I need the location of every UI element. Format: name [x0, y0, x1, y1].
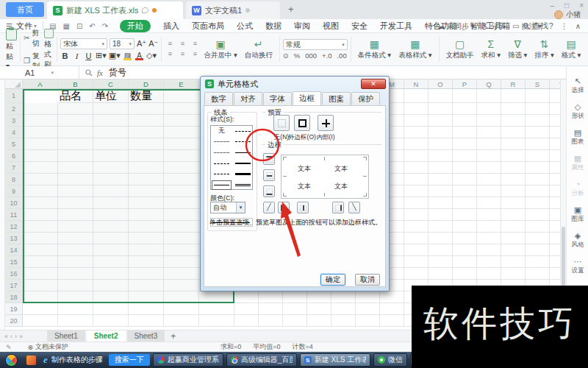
cell-T2[interactable]: [550, 103, 560, 115]
align-icon-5[interactable]: ≡: [190, 50, 200, 59]
col-header-Q[interactable]: Q: [477, 79, 501, 88]
border-diag-down-button[interactable]: ╲: [348, 202, 360, 213]
cell-I19[interactable]: [283, 303, 307, 315]
cell-S13[interactable]: [526, 233, 550, 244]
cell-I20[interactable]: [283, 315, 307, 327]
row-header-8[interactable]: 8: [5, 174, 23, 185]
cell-C1[interactable]: 单位: [93, 89, 129, 103]
cell-D12[interactable]: [129, 221, 164, 233]
cell-R10[interactable]: [501, 197, 526, 209]
cell-D13[interactable]: [129, 233, 164, 244]
cell-D17[interactable]: [129, 280, 164, 291]
cell-M19[interactable]: [380, 303, 404, 315]
cell-P15[interactable]: [453, 256, 477, 268]
row-header-6[interactable]: 6: [5, 150, 23, 162]
cell-O9[interactable]: [429, 185, 453, 197]
help-button[interactable]: ?: [549, 22, 553, 30]
cell-T5[interactable]: [550, 138, 560, 150]
cell-Q16[interactable]: [477, 268, 501, 280]
underline-button[interactable]: U: [84, 52, 93, 60]
line-style-option[interactable]: [211, 137, 232, 148]
cell-Q6[interactable]: [477, 150, 501, 162]
cell-A16[interactable]: [23, 268, 58, 280]
wrap-text-button[interactable]: ↵自动换行: [241, 39, 276, 60]
cell-O1[interactable]: [429, 89, 453, 103]
doc-assistant-button[interactable]: ▢文档助手: [442, 39, 478, 60]
taskbar-item[interactable]: S新建 XLS 工作表.xls...: [300, 353, 370, 367]
cell-C9[interactable]: [93, 185, 129, 197]
cell-J19[interactable]: [307, 303, 331, 315]
new-tab-button[interactable]: +: [288, 4, 294, 15]
cell-P5[interactable]: [453, 138, 477, 150]
cell-C6[interactable]: [93, 150, 129, 162]
formula-value[interactable]: 货号: [109, 66, 126, 79]
cell-R2[interactable]: [501, 103, 526, 115]
cell-H18[interactable]: [259, 291, 283, 303]
cell-N11[interactable]: [404, 209, 429, 221]
cell-Q11[interactable]: [477, 209, 501, 221]
font-name-select[interactable]: 宋体▾: [60, 38, 107, 49]
sheet-tab-Sheet2[interactable]: Sheet2: [87, 330, 126, 342]
cell-S4[interactable]: [526, 127, 550, 138]
cell-B2[interactable]: [58, 103, 93, 115]
cell-B15[interactable]: [58, 256, 93, 268]
align-icon-2[interactable]: ≡: [190, 40, 200, 49]
cell-C3[interactable]: [93, 115, 129, 127]
cell-H19[interactable]: [259, 303, 283, 315]
bold-button[interactable]: B: [60, 52, 70, 60]
cell-B10[interactable]: [58, 197, 93, 209]
menu-item-视图[interactable]: 视图: [323, 21, 339, 32]
cell-T11[interactable]: [550, 209, 560, 221]
align-icon-4[interactable]: ≡: [177, 50, 187, 59]
cell-R16[interactable]: [501, 268, 526, 280]
cell-Q12[interactable]: [477, 221, 501, 233]
row-header-7[interactable]: 7: [5, 162, 23, 174]
doc-tab-active[interactable]: S 新建 XLS 工作表.xls: [47, 1, 183, 19]
menu-item-开发工具[interactable]: 开发工具: [380, 21, 412, 32]
cell-A13[interactable]: [23, 233, 58, 244]
fx-icon[interactable]: fx: [97, 68, 103, 77]
cell-P16[interactable]: [453, 268, 477, 280]
cell-S9[interactable]: [526, 185, 550, 197]
col-header-P[interactable]: P: [453, 79, 477, 88]
line-style-option[interactable]: 无: [211, 126, 232, 137]
filter-button[interactable]: ∇筛选 ▾: [504, 39, 531, 60]
cell-K19[interactable]: [331, 303, 356, 315]
cell-E10[interactable]: [164, 197, 199, 209]
taskbar-app-icon[interactable]: [26, 355, 36, 365]
home-tab[interactable]: 首页: [6, 2, 44, 17]
cell-B18[interactable]: [58, 291, 93, 303]
cell-T1[interactable]: [550, 89, 560, 103]
border-top-button[interactable]: [263, 153, 275, 165]
ie-window-item[interactable]: e 制作表格的步骤: [43, 354, 103, 366]
cell-Q8[interactable]: [477, 174, 501, 185]
cell-D10[interactable]: [129, 197, 164, 209]
taskbar-item[interactable]: 高级编辑器_百度经...: [226, 353, 297, 367]
line-style-option[interactable]: [232, 137, 254, 148]
merge-style-button[interactable]: ▣▾: [109, 51, 121, 60]
line-style-option[interactable]: [232, 158, 254, 169]
cell-G19[interactable]: [234, 303, 259, 315]
line-style-option[interactable]: [232, 169, 254, 180]
cell-T7[interactable]: [550, 162, 560, 174]
cell-R8[interactable]: [501, 174, 526, 185]
cell-C11[interactable]: [93, 209, 129, 221]
cell-T16[interactable]: [550, 268, 560, 280]
dialog-tab-边框[interactable]: 边框: [293, 91, 321, 107]
cell-A4[interactable]: [23, 127, 58, 138]
cell-R1[interactable]: [501, 89, 526, 103]
cell-B4[interactable]: [58, 127, 93, 138]
border-diag-up-button[interactable]: ╱: [263, 202, 275, 213]
cell-R12[interactable]: [501, 221, 526, 233]
cell-D1[interactable]: 数量: [129, 89, 164, 103]
menu-item-开始[interactable]: 开始: [120, 20, 151, 32]
col-header-E[interactable]: E: [164, 79, 199, 88]
menu-item-数据[interactable]: 数据: [265, 21, 282, 32]
conditional-format-button[interactable]: ▦条件格式 ▾: [354, 39, 395, 60]
cell-B8[interactable]: [58, 174, 93, 185]
sheet-tab-Sheet3[interactable]: Sheet3: [127, 330, 165, 342]
cell-B6[interactable]: [58, 150, 93, 162]
name-box[interactable]: A1▾: [0, 66, 79, 79]
cell-C12[interactable]: [93, 221, 129, 233]
row-header-14[interactable]: 14: [5, 244, 23, 256]
